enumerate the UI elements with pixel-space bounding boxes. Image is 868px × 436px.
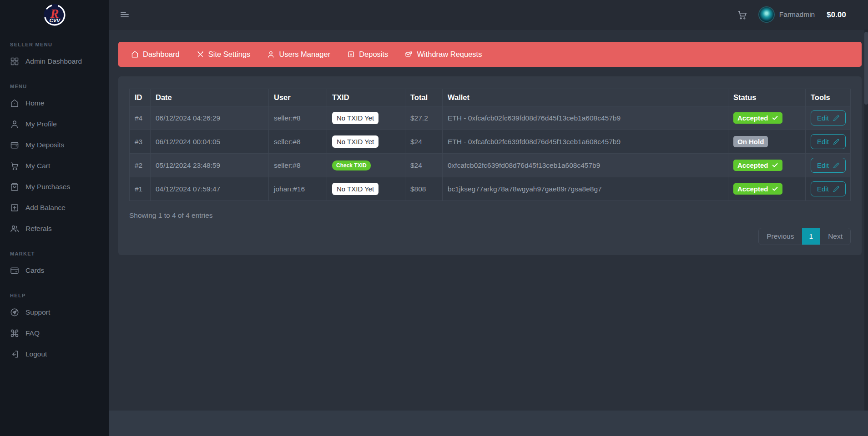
nav-item-site-settings[interactable]: Site Settings [197,50,251,59]
nav-item-deposits[interactable]: Deposits [347,50,388,59]
home-icon [10,99,19,108]
no-txid-badge: No TXID Yet [332,112,378,124]
pencil-icon [833,186,839,192]
sidebar-item-add-balance[interactable]: Add Balance [0,197,109,218]
cell-txid: No TXID Yet [327,106,405,130]
menu-toggle-button[interactable] [119,9,130,20]
sidebar-item-faq[interactable]: FAQ [0,323,109,344]
nav-item-label: Dashboard [143,50,180,59]
edit-button[interactable]: Edit [811,158,846,173]
sidebar-item-logout[interactable]: Logout [0,344,109,365]
sidebar-item-my-deposits[interactable]: My Deposits [0,135,109,155]
send-circle-icon [10,308,19,317]
column-header-tools: Tools [806,89,851,106]
column-header-date: Date [151,89,269,106]
table-row: #205/12/2024 23:48:59seller:#8Check TXID… [130,154,851,177]
sidebar-item-label: Add Balance [25,204,66,212]
topbar-right: Farmadmin $0.00 [737,7,846,22]
nav-item-withdraw-requests[interactable]: Withdraw Requests [405,50,482,59]
cart-icon [737,10,747,20]
cell-status: Accepted [728,177,806,201]
table-row: #306/12/2024 00:04:05seller:#8No TXID Ye… [130,130,851,154]
sidebar-item-support[interactable]: Support [0,302,109,323]
section-title-menu: MENU [10,84,109,89]
cart-icon [10,161,19,170]
pagination-row: Previous 1 Next [129,228,851,245]
pencil-icon [833,139,839,145]
edit-button-label: Edit [817,114,829,122]
status-badge-accepted: Accepted [733,183,782,195]
no-txid-badge: No TXID Yet [332,135,378,148]
check-icon [772,162,778,169]
cell-date: 05/12/2024 23:48:59 [151,154,269,177]
home-icon [131,50,139,58]
edit-button[interactable]: Edit [811,181,846,196]
cell-status: Accepted [728,106,806,130]
sidebar-item-my-purchases[interactable]: My Purchases [0,176,109,197]
edit-button[interactable]: Edit [811,134,846,149]
nav-item-users-manager[interactable]: Users Manager [267,50,330,59]
main-content: DashboardSite SettingsUsers ManagerDepos… [109,29,868,255]
edit-button[interactable]: Edit [811,110,846,125]
cell-total: $808 [405,177,443,201]
pagination: Previous 1 Next [758,228,851,245]
pencil-icon [833,162,839,169]
cell-status: On Hold [728,130,806,154]
sidebar-item-label: My Deposits [25,141,64,149]
cell-tools: Edit [806,177,851,201]
table-summary: Showing 1 to 4 of 4 entries [129,211,851,220]
check-txid-badge[interactable]: Check TXID [332,160,371,170]
sidebar-item-my-cart[interactable]: My Cart [0,155,109,176]
sidebar-item-label: Cards [25,266,44,275]
status-label: Accepted [737,185,768,193]
sidebar-item-home[interactable]: Home [0,93,109,114]
cell-wallet: ETH - 0xfcafcb02fc639fd08d76d45f13ceb1a6… [443,106,728,130]
user-menu[interactable]: Farmadmin [759,7,815,22]
sidebar-item-label: FAQ [25,329,40,337]
app-logo[interactable]: R CVV [0,0,109,30]
scrollbar[interactable] [864,29,868,411]
scrollbar-thumb[interactable] [864,32,868,105]
sidebar-item-referals[interactable]: Referals [0,218,109,239]
nav-item-label: Withdraw Requests [417,50,482,59]
cell-total: $24 [405,154,443,177]
column-header-wallet: Wallet [443,89,728,106]
sidebar-item-label: Support [25,308,50,316]
sidebar-item-label: Home [25,99,44,107]
sidebar-nav: SELLER MENUAdmin DashboardMENUHomeMy Pro… [0,42,109,365]
cell-wallet: bc1jkseg77arkg78a78wgyah97gae89r7gsa8e8g… [443,177,728,201]
table-row: #104/12/2024 07:59:47johan:#16No TXID Ye… [130,177,851,201]
cell-date: 06/12/2024 00:04:05 [151,130,269,154]
mail-send-icon [405,50,413,58]
cell-status: Accepted [728,154,806,177]
wallet-icon [10,140,19,150]
cell-wallet: ETH - 0xfcafcb02fc639fd08d76d45f13ceb1a6… [443,130,728,154]
command-icon [10,329,19,338]
cell-id: #1 [130,177,151,201]
cell-total: $24 [405,130,443,154]
sidebar-item-label: Referals [25,225,52,233]
cell-id: #2 [130,154,151,177]
cell-tools: Edit [806,130,851,154]
page-1-button[interactable]: 1 [802,228,821,245]
previous-page-button[interactable]: Previous [759,228,802,245]
nav-item-label: Site Settings [208,50,251,59]
topbar: Farmadmin $0.00 [109,0,868,29]
sidebar-item-admin-dashboard[interactable]: Admin Dashboard [0,51,109,72]
sidebar-item-label: My Purchases [25,183,70,191]
next-page-button[interactable]: Next [820,228,850,245]
nav-item-dashboard[interactable]: Dashboard [131,50,180,59]
cell-user: seller:#8 [269,106,327,130]
cvv-logo-icon: R CVV [43,4,66,26]
sidebar-item-cards[interactable]: Cards [0,260,109,281]
sidebar: R CVV SELLER MENUAdmin DashboardMENUHome… [0,0,109,436]
withdraw-requests-table: ID Date User TXID Total Wallet Status To… [129,89,851,201]
section-title-seller-menu: SELLER MENU [10,42,109,47]
no-txid-badge: No TXID Yet [332,183,378,195]
cart-button[interactable] [737,10,747,20]
sidebar-item-my-profile[interactable]: My Profile [0,114,109,135]
cell-total: $27.2 [405,106,443,130]
cell-user: johan:#16 [269,177,327,201]
sidebar-item-label: Logout [25,350,47,358]
edit-button-label: Edit [817,161,829,169]
